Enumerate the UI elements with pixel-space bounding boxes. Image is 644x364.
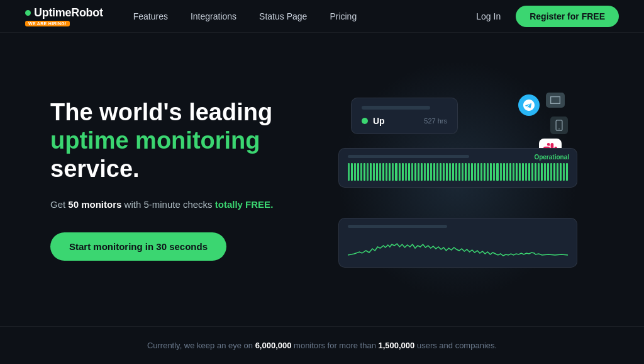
status-dot-icon <box>362 118 368 124</box>
footer-stats: Currently, we keep an eye on 6,000,000 m… <box>0 326 644 364</box>
logo-text: UptimeRobot <box>34 6 103 20</box>
footer-text: Currently, we keep an eye on 6,000,000 m… <box>147 341 497 350</box>
nav-link-status-page[interactable]: Status Page <box>259 11 307 21</box>
hero-section: The world's leading uptime monitoring se… <box>0 33 644 326</box>
uptime-bars <box>348 163 568 181</box>
dashboard-mockup: Up 527 hrs <box>338 91 577 268</box>
telegram-icon <box>518 94 540 116</box>
nav-link-integrations[interactable]: Integrations <box>191 11 236 21</box>
nav-links: Features Integrations Status Page Pricin… <box>133 11 477 21</box>
nav-link-pricing[interactable]: Pricing <box>330 11 357 21</box>
mobile-icon <box>550 117 568 134</box>
logo[interactable]: UptimeRobot We are hiring! <box>25 6 103 26</box>
status-hours: 527 hrs <box>424 117 447 125</box>
navbar: UptimeRobot We are hiring! Features Inte… <box>0 0 644 33</box>
register-button[interactable]: Register for FREE <box>516 6 619 27</box>
status-up-label: Up <box>373 116 419 126</box>
login-link[interactable]: Log In <box>476 11 501 21</box>
uptime-bar-label-decoration <box>348 155 469 158</box>
response-time-card <box>338 218 577 268</box>
nav-link-features[interactable]: Features <box>133 11 168 21</box>
uptime-card: Operational <box>338 148 577 188</box>
hero-subtitle: Get 50 monitors with 5-minute checks tot… <box>50 198 322 212</box>
sparkline-chart <box>348 233 568 258</box>
logo-badge: We are hiring! <box>25 21 70 26</box>
nav-right: Log In Register for FREE <box>476 6 619 27</box>
hero-content: The world's leading uptime monitoring se… <box>50 98 322 261</box>
logo-dot-icon <box>25 10 31 16</box>
email-icon <box>546 93 565 108</box>
status-bar-decoration <box>362 106 430 110</box>
operational-badge: Operational <box>534 154 569 161</box>
response-bar-label-decoration <box>348 225 447 228</box>
hero-illustration: Up 527 hrs <box>322 85 594 274</box>
cta-button[interactable]: Start monitoring in 30 seconds <box>50 232 226 261</box>
status-card: Up 527 hrs <box>351 98 458 134</box>
svg-point-1 <box>558 128 560 130</box>
hero-title: The world's leading uptime monitoring se… <box>50 98 322 183</box>
